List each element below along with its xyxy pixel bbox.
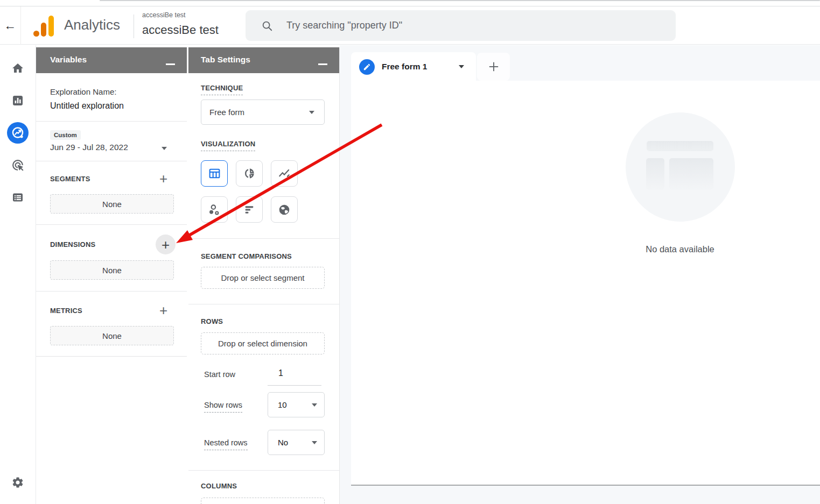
- tab-label: Free form 1: [382, 62, 427, 72]
- nested-rows-caret-icon: [312, 441, 317, 444]
- start-row-label: Start row: [204, 370, 235, 379]
- columns-label: COLUMNS: [201, 482, 237, 490]
- main-area: Free form 1 No data available: [340, 45, 820, 504]
- search-input[interactable]: [286, 20, 636, 31]
- show-rows-label: Show rows: [204, 401, 242, 413]
- edit-pencil-icon: [359, 59, 375, 75]
- variables-panel-header: Variables: [36, 47, 187, 73]
- minimize-tab-settings-button[interactable]: [318, 63, 327, 65]
- viz-table-icon[interactable]: [201, 160, 228, 187]
- nav-explore-icon[interactable]: [7, 122, 29, 144]
- app-header: ← Analytics accessiBe test accessiBe tes…: [0, 7, 820, 45]
- nested-rows-value: No: [278, 438, 288, 447]
- back-icon[interactable]: ←: [4, 18, 16, 33]
- viz-scatter-plot-icon[interactable]: [201, 196, 228, 223]
- show-rows-caret-icon: [312, 403, 317, 407]
- metrics-label: METRICS: [50, 307, 82, 315]
- viz-line-chart-icon[interactable]: [271, 160, 298, 187]
- back-zone: ←: [0, 6, 21, 45]
- tab-settings-header: Tab Settings: [188, 47, 339, 73]
- visualization-label: VISUALIZATION: [201, 140, 255, 151]
- metrics-none-chip[interactable]: None: [50, 326, 174, 345]
- add-tab-button[interactable]: [477, 53, 510, 81]
- add-dimension-button[interactable]: +: [156, 235, 176, 254]
- dimensions-none-chip[interactable]: None: [50, 260, 174, 280]
- browser-artifact: [100, 0, 820, 1]
- rows-drop-target[interactable]: Drop or select dimension: [201, 332, 325, 354]
- header-divider: [134, 15, 134, 38]
- variables-panel: Variables Exploration Name: Untitled exp…: [36, 47, 187, 357]
- empty-state-illustration: [626, 112, 735, 222]
- exploration-name-label: Exploration Name:: [50, 87, 116, 96]
- analytics-logo-icon[interactable]: [32, 15, 57, 37]
- viz-geo-map-icon[interactable]: [271, 196, 298, 223]
- nav-home-icon[interactable]: [7, 58, 29, 79]
- account-label: accessiBe test: [142, 11, 186, 19]
- search-bar[interactable]: [246, 10, 676, 41]
- start-row-underline: [268, 385, 321, 386]
- viz-donut-chart-icon[interactable]: [236, 160, 263, 187]
- plus-icon: [486, 59, 501, 74]
- property-switcher[interactable]: accessiBe test: [142, 23, 219, 37]
- segment-comparisons-label: SEGMENT COMPARISONS: [201, 252, 292, 260]
- tab-free-form-1[interactable]: Free form 1: [351, 52, 476, 81]
- variables-title: Variables: [50, 55, 87, 65]
- tab-settings-panel: Tab Settings TECHNIQUE Free form VISUALI…: [188, 47, 340, 504]
- viz-bar-chart-icon[interactable]: [236, 196, 263, 223]
- report-canvas: No data available: [351, 81, 820, 486]
- date-custom-badge: Custom: [50, 130, 81, 140]
- nested-rows-label: Nested rows: [204, 438, 248, 450]
- add-metric-button[interactable]: +: [159, 304, 167, 317]
- nested-rows-select[interactable]: No: [268, 430, 325, 455]
- product-name: Analytics: [64, 17, 120, 33]
- dimensions-label: DIMENSIONS: [50, 240, 95, 249]
- settings-gear-icon[interactable]: [7, 472, 29, 493]
- segments-none-chip[interactable]: None: [50, 194, 174, 214]
- technique-select[interactable]: Free form: [201, 100, 325, 125]
- rows-label: ROWS: [201, 317, 223, 325]
- nav-reports-icon[interactable]: [7, 90, 29, 111]
- tab-caret-icon[interactable]: [459, 65, 464, 68]
- segments-label: SEGMENTS: [50, 175, 90, 183]
- segment-drop-target[interactable]: Drop or select segment: [201, 267, 325, 289]
- technique-caret-icon: [309, 111, 314, 114]
- nav-library-icon[interactable]: [7, 187, 29, 208]
- start-row-value[interactable]: 1: [278, 368, 283, 378]
- columns-drop-target[interactable]: [201, 498, 325, 504]
- no-data-message: No data available: [572, 244, 788, 254]
- add-segment-button[interactable]: +: [159, 172, 167, 185]
- exploration-name-value[interactable]: Untitled exploration: [50, 101, 124, 111]
- minimize-variables-button[interactable]: [166, 63, 175, 65]
- technique-value: Free form: [209, 108, 244, 117]
- nav-advertising-icon[interactable]: [7, 154, 29, 176]
- search-icon: [261, 20, 273, 32]
- show-rows-value: 10: [278, 400, 287, 409]
- date-caret-icon: [162, 147, 167, 150]
- browser-top-strip: [0, 0, 820, 6]
- technique-label: TECHNIQUE: [201, 84, 243, 95]
- tab-settings-title: Tab Settings: [201, 55, 250, 65]
- show-rows-select[interactable]: 10: [268, 392, 325, 417]
- nav-rail: [0, 45, 36, 504]
- date-range-selector[interactable]: Jun 29 - Jul 28, 2022: [50, 143, 128, 152]
